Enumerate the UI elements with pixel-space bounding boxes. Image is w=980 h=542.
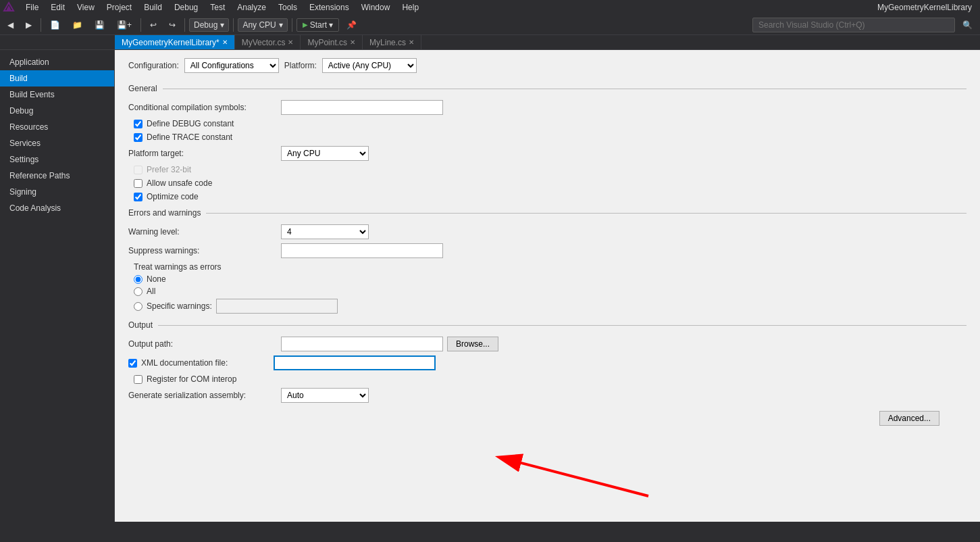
warnings-none-radio[interactable] (134, 275, 143, 284)
menu-window[interactable]: Window (356, 1, 396, 14)
section-line-output (158, 325, 966, 326)
suppress-warnings-row: Suppress warnings: (128, 243, 966, 258)
platform-label: Platform: (284, 61, 317, 70)
tab-row: MyGeometryKernelLibrary* ✕ MyVector.cs ✕… (0, 35, 980, 50)
play-icon: ▶ (303, 21, 308, 28)
suppress-warnings-label: Suppress warnings: (128, 246, 277, 255)
platform-dropdown[interactable]: Any CPU ▾ (238, 18, 287, 32)
toolbar-new[interactable]: 📄 (45, 18, 65, 32)
menu-file[interactable]: File (20, 1, 44, 14)
toolbar-forward[interactable]: ▶ (21, 18, 36, 32)
prefer-32bit-row: Prefer 32-bit (128, 165, 966, 174)
vs-logo (3, 1, 15, 14)
sidebar-item-settings[interactable]: Settings (0, 151, 114, 168)
config-row: Configuration: All Configurations Debug … (128, 58, 966, 73)
sidebar-item-resources[interactable]: Resources (0, 119, 114, 135)
xml-doc-label: XML documentation file: (141, 358, 269, 368)
menu-tools[interactable]: Tools (273, 1, 303, 14)
tab-mypoint[interactable]: MyPoint.cs ✕ (301, 35, 363, 49)
treat-warnings-label: Treat warnings as errors (128, 262, 966, 272)
toolbar-sep-5 (292, 18, 292, 32)
generate-serialization-select[interactable]: Auto On Off (281, 388, 369, 403)
xml-doc-row: XML documentation file: (128, 355, 966, 370)
platform-target-select[interactable]: Any CPU x86 x64 (281, 146, 369, 161)
sidebar-item-debug[interactable]: Debug (0, 103, 114, 119)
tab-myline[interactable]: MyLine.cs ✕ (363, 35, 421, 49)
toolbar-back[interactable]: ◀ (3, 18, 18, 32)
menu-project[interactable]: Project (101, 1, 137, 14)
section-output: Output (128, 320, 966, 330)
sidebar-item-build[interactable]: Build (0, 70, 114, 87)
warnings-none-label: None (147, 274, 166, 284)
toolbar-open[interactable]: 📁 (68, 18, 87, 32)
output-path-browse[interactable]: Browse... (447, 337, 498, 351)
generate-serialization-label: Generate serialization assembly: (128, 391, 277, 400)
toolbar-save-all[interactable]: 💾+ (112, 18, 136, 32)
optimize-code-checkbox[interactable] (134, 193, 143, 201)
title-bar-project: MyGeometryKernelLibrary (877, 3, 972, 12)
menu-edit[interactable]: Edit (45, 1, 70, 14)
tab-close-2[interactable]: ✕ (350, 39, 355, 46)
define-trace-checkbox[interactable] (134, 133, 143, 142)
platform-select[interactable]: Active (Any CPU) Any CPU x86 x64 (322, 58, 417, 73)
suppress-warnings-input[interactable] (281, 243, 443, 258)
menu-extensions[interactable]: Extensions (304, 1, 355, 14)
start-button[interactable]: ▶ Start ▾ (296, 18, 339, 32)
toolbar: ◀ ▶ 📄 📁 💾 💾+ ↩ ↪ Debug ▾ Any CPU ▾ ▶ Sta… (0, 15, 980, 35)
optimize-code-row: Optimize code (128, 192, 966, 201)
menu-build[interactable]: Build (138, 1, 167, 14)
sidebar-item-services[interactable]: Services (0, 135, 114, 151)
toolbar-sep-4 (233, 18, 234, 32)
sidebar-item-code-analysis[interactable]: Code Analysis (0, 200, 114, 216)
output-path-row: Output path: Browse... (128, 337, 966, 351)
generate-serialization-row: Generate serialization assembly: Auto On… (128, 388, 966, 403)
tab-mygeometrykernellibrary[interactable]: MyGeometryKernelLibrary* ✕ (115, 35, 235, 49)
toolbar-pin[interactable]: 📌 (342, 18, 361, 32)
register-com-checkbox[interactable] (134, 375, 143, 384)
sidebar-item-signing[interactable]: Signing (0, 184, 114, 200)
conditional-compilation-input[interactable] (281, 100, 443, 115)
define-trace-row: Define TRACE constant (128, 132, 966, 142)
toolbar-redo[interactable]: ↪ (164, 18, 180, 32)
sidebar: Application Build Build Events Debug Res… (0, 50, 115, 522)
warnings-specific-radio[interactable] (134, 302, 143, 311)
warnings-specific-label: Specific warnings: (147, 301, 212, 311)
define-debug-checkbox[interactable] (134, 120, 143, 128)
menu-debug[interactable]: Debug (169, 1, 203, 14)
prefer-32bit-checkbox[interactable] (134, 166, 143, 174)
toolbar-save[interactable]: 💾 (90, 18, 109, 32)
debug-config-dropdown[interactable]: Debug ▾ (189, 18, 229, 32)
sidebar-item-build-events[interactable]: Build Events (0, 87, 114, 103)
section-general: General (128, 84, 966, 93)
menu-test[interactable]: Test (205, 1, 230, 14)
allow-unsafe-checkbox[interactable] (134, 179, 143, 188)
configuration-select[interactable]: All Configurations Debug Release (184, 58, 279, 73)
tab-myvector[interactable]: MyVector.cs ✕ (235, 35, 301, 49)
platform-target-row: Platform target: Any CPU x86 x64 (128, 146, 966, 161)
sidebar-item-application[interactable]: Application (0, 54, 114, 70)
warnings-specific-input[interactable] (216, 299, 338, 314)
advanced-button[interactable]: Advanced... (879, 411, 939, 426)
toolbar-undo[interactable]: ↩ (145, 18, 161, 32)
output-path-input[interactable] (281, 337, 443, 351)
menu-analyze[interactable]: Analyze (232, 1, 272, 14)
xml-doc-checkbox[interactable] (128, 359, 137, 368)
tab-close-3[interactable]: ✕ (409, 39, 414, 46)
search-button[interactable]: 🔍 (958, 18, 977, 32)
xml-doc-input[interactable] (274, 355, 436, 370)
register-com-label: Register for COM interop (147, 374, 236, 384)
sidebar-item-reference-paths[interactable]: Reference Paths (0, 168, 114, 184)
search-input[interactable] (752, 18, 955, 32)
menu-view[interactable]: View (72, 1, 100, 14)
warnings-all-label: All (147, 287, 155, 296)
tab-close-1[interactable]: ✕ (288, 39, 293, 46)
warning-level-select[interactable]: 4 0 1 2 3 (281, 224, 369, 239)
define-trace-label: Define TRACE constant (147, 132, 232, 142)
tab-close-0[interactable]: ✕ (222, 39, 228, 46)
warnings-specific-row: Specific warnings: (128, 299, 966, 314)
conditional-compilation-row: Conditional compilation symbols: (128, 100, 966, 115)
menu-help[interactable]: Help (396, 1, 424, 14)
warnings-all-radio[interactable] (134, 287, 143, 296)
section-line-errors (206, 213, 966, 214)
main-layout: Application Build Build Events Debug Res… (0, 50, 980, 522)
